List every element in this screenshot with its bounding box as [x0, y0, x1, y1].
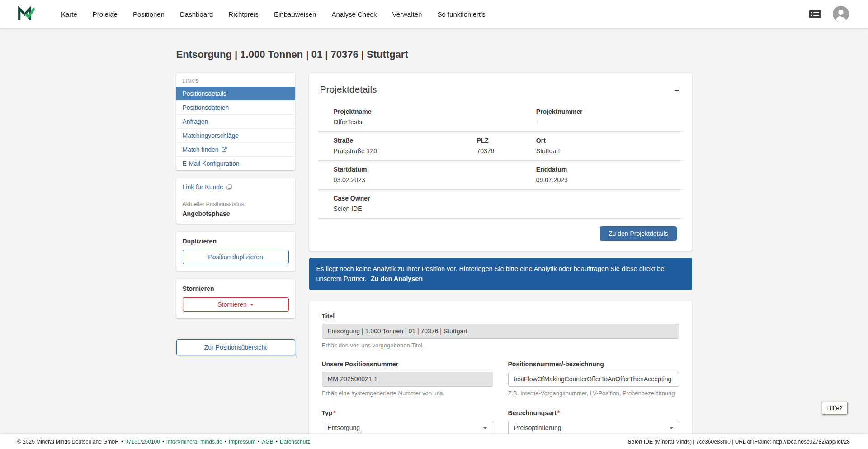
duplicate-card-title: Duplizieren [183, 238, 289, 245]
user-avatar[interactable] [833, 6, 849, 22]
customer-link[interactable]: Link für Kunde [176, 178, 295, 196]
titel-helper: Erhält den von uns vorgegebenen Titel. [322, 342, 679, 349]
typ-select[interactable]: Entsorgung [322, 421, 493, 435]
page-title: Entsorgung | 1.000 Tonnen | 01 | 70376 |… [176, 49, 692, 61]
sidebar-item-label: Match finden [183, 146, 219, 153]
startdatum-value: 03.02.2023 [334, 176, 532, 183]
nav-item-richtpreis[interactable]: Richtpreis [221, 0, 266, 28]
footer-left: © 2025 Mineral Minds Deutschland GmbH • … [17, 439, 310, 445]
projektdetails-card: Projektdetails – Projektname OfferTests … [309, 73, 692, 251]
footer-user-name: Selen IDE [628, 439, 653, 445]
nav-item-analyse-check[interactable]: Analyse Check [324, 0, 384, 28]
enddatum-value: 09.07.2023 [536, 176, 679, 183]
projektnummer-label: Projektnummer [536, 108, 679, 115]
startdatum-label: Startdatum [334, 166, 532, 173]
external-link-icon [222, 147, 227, 152]
plz-label: PLZ [476, 137, 531, 144]
sidebar-item-match-finden[interactable]: Match finden [176, 142, 295, 156]
position-duplizieren-button[interactable]: Position duplizieren [183, 250, 289, 264]
enddatum-label: Enddatum [536, 166, 679, 173]
sidebar-item-matchingvorschlaege[interactable]: Matchingvorschläge [176, 128, 295, 142]
position-form-card: Titel Erhält den von uns vorgegebenen Ti… [309, 301, 692, 449]
stornieren-button-label: Stornieren [217, 301, 247, 308]
sidebar-item-positionsdateien[interactable]: Positionsdateien [176, 100, 295, 114]
analytik-info-banner: Es liegt noch keine Analytik zu Ihrer Po… [309, 258, 692, 290]
separator-dot: • [276, 439, 278, 445]
required-asterisk: * [333, 409, 335, 416]
navbar-right [808, 6, 849, 22]
status-card: Link für Kunde Aktueller Positionsstatus… [176, 178, 295, 224]
projektdetails-table: Projektname OfferTests Projektnummer - S… [318, 103, 683, 219]
copy-icon [226, 184, 232, 190]
impressum-link[interactable]: Impressum [229, 439, 255, 445]
titel-input [322, 324, 679, 339]
nav-item-projekte[interactable]: Projekte [85, 0, 125, 28]
page-content: Entsorgung | 1.000 Tonnen | 01 | 70376 |… [176, 0, 692, 449]
case-owner-label: Case Owner [334, 195, 679, 202]
server-icon[interactable] [808, 9, 822, 19]
nav-item-positionen[interactable]: Positionen [125, 0, 172, 28]
strasse-value: Pragstraße 120 [334, 147, 472, 154]
bezeichnung-input[interactable] [508, 372, 679, 387]
cancel-card: Stornieren Stornieren [176, 279, 295, 318]
table-row: Projektname OfferTests Projektnummer - [318, 103, 683, 132]
typ-label-text: Typ [322, 409, 333, 416]
zur-positionsuebersicht-button[interactable]: Zur Positionsübersicht [176, 339, 295, 355]
sidebar-item-positionsdetails[interactable]: Positionsdetails [176, 87, 295, 100]
datenschutz-link[interactable]: Datenschutz [280, 439, 310, 445]
chevron-down-icon [483, 427, 487, 429]
berechnungsart-select[interactable]: Preisoptimierung [508, 421, 679, 435]
required-asterisk: * [557, 409, 560, 416]
berechnungsart-label: Berechnungsart* [508, 409, 679, 416]
berechnungsart-select-value: Preisoptimierung [514, 424, 561, 431]
email-link[interactable]: info@mineral-minds.de [166, 439, 222, 445]
nav-item-dashboard[interactable]: Dashboard [172, 0, 221, 28]
bezeichnung-group: Positionsnummer/-bezeichnung Z.B. Intern… [508, 360, 679, 397]
nav-item-verwalten[interactable]: Verwalten [385, 0, 430, 28]
nav-item-so-funktionierts[interactable]: So funktioniert's [429, 0, 493, 28]
banner-text: Es liegt noch keine Analytik zu Ihrer Po… [316, 265, 666, 282]
ort-value: Stuttgart [536, 147, 679, 154]
nav-item-karte[interactable]: Karte [53, 0, 85, 28]
bezeichnung-helper: Z.B. Interne-Vorgangsnummer, LV-Position… [508, 390, 679, 397]
positionsnummer-label: Unsere Positionsnummer [322, 360, 493, 368]
projektname-label: Projektname [334, 108, 532, 115]
navbar-left: Karte Projekte Positionen Dashboard Rich… [17, 0, 493, 28]
berechnungsart-label-text: Berechnungsart [508, 409, 557, 416]
person-icon [833, 6, 849, 22]
hilfe-button[interactable]: Hilfe? [822, 402, 848, 415]
agb-link[interactable]: AGB [262, 439, 273, 445]
typ-label: Typ* [322, 409, 493, 416]
positionsnummer-input [322, 372, 493, 387]
stornieren-button[interactable]: Stornieren [183, 297, 289, 312]
zu-den-projektdetails-button[interactable]: Zu den Projektdetails [600, 226, 677, 241]
collapse-icon[interactable]: – [674, 85, 679, 94]
footer: © 2025 Mineral Minds Deutschland GmbH • … [0, 434, 868, 449]
sidebar-item-anfragen[interactable]: Anfragen [176, 114, 295, 128]
sidebar: LINKS Positionsdetails Positionsdateien … [176, 73, 295, 355]
separator-dot: • [225, 439, 226, 445]
zu-den-analysen-link[interactable]: Zu den Analysen [371, 275, 423, 282]
caret-down-icon [250, 304, 254, 306]
case-owner-value: Selen IDE [334, 205, 679, 212]
footer-session-info: Selen IDE (Mineral Minds) | 7ce360e83fb0… [628, 439, 850, 445]
cancel-card-title: Stornieren [183, 285, 289, 292]
separator-dot: • [258, 439, 259, 445]
nav-item-einbauweisen[interactable]: Einbauweisen [266, 0, 324, 28]
top-navbar: Karte Projekte Positionen Dashboard Rich… [0, 0, 868, 28]
titel-group: Titel Erhält den von uns vorgegebenen Ti… [322, 313, 679, 349]
logo-icon [17, 6, 35, 22]
phone-link[interactable]: 07151/250100 [125, 439, 160, 445]
mineral-minds-logo[interactable] [17, 6, 35, 22]
chevron-down-icon [669, 427, 674, 429]
table-row: Case Owner Selen IDE [318, 190, 683, 219]
customer-link-label: Link für Kunde [183, 183, 223, 191]
sidebar-item-email-konfiguration[interactable]: E-Mail Konfiguration [176, 156, 295, 170]
status-value: Angebotsphase [183, 210, 289, 217]
links-card-title: LINKS [176, 73, 295, 87]
typ-select-value: Entsorgung [328, 424, 360, 431]
separator-dot: • [162, 439, 164, 445]
duplicate-card: Duplizieren Position duplizieren [176, 232, 295, 271]
positionsnummer-helper: Erhält eine systemgenerierte Nummer von … [322, 390, 493, 397]
table-row: Startdatum 03.02.2023 Enddatum 09.07.202… [318, 161, 683, 190]
